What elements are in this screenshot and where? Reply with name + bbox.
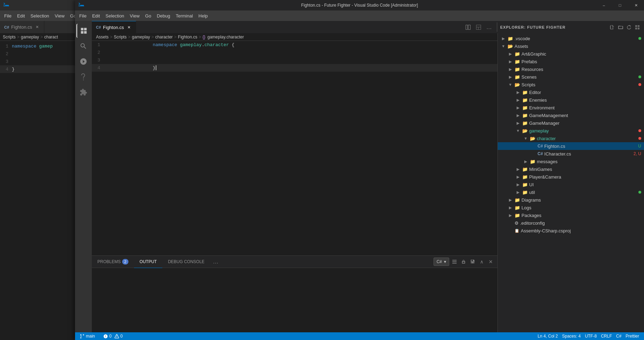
folder-icon-util: 📁	[522, 190, 528, 195]
tree-item-scripts[interactable]: ▼ 📂 Scripts	[498, 81, 644, 88]
activity-search[interactable]	[76, 39, 90, 53]
bg-tab-bar: C# Fighton.cs ✕	[0, 21, 77, 33]
bc-gameplay[interactable]: gameplay	[21, 35, 39, 39]
fg-menu-selection[interactable]: Selection	[103, 12, 127, 20]
bg-menu-file[interactable]: File	[1, 12, 14, 20]
tree-item-assets[interactable]: ▼ 📂 Assets	[498, 42, 644, 50]
tree-item-character[interactable]: ▼ 📂 character	[498, 135, 644, 142]
code-editor[interactable]: 1 namespace gameplay.character { 2 3	[92, 41, 497, 255]
panel-tab-debug-console[interactable]: DEBUG CONSOLE	[162, 256, 210, 268]
bc-scripts[interactable]: Scripts	[3, 35, 16, 39]
status-lang[interactable]: C#	[614, 332, 623, 340]
tree-item-resources[interactable]: ▶ 📁 Resources	[498, 65, 644, 73]
fg-tab-fighton[interactable]: C# Fighton.cs ✕	[92, 21, 136, 33]
tree-item-messages[interactable]: ▶ 📁 messages	[498, 158, 644, 165]
tree-item-gameplay[interactable]: ▼ 📂 gameplay	[498, 127, 644, 135]
line-num-2: 2	[93, 50, 104, 55]
split-editor-btn[interactable]	[463, 22, 473, 32]
bc-charact[interactable]: charact	[44, 35, 58, 39]
bc-namespace-label[interactable]: gameplay.character	[207, 35, 244, 39]
tree-item-artgraphic[interactable]: ▶ 📁 Art&Graphic	[498, 50, 644, 58]
tree-item-gamemanagement[interactable]: ▶ 📁 GameManagement	[498, 111, 644, 119]
vscode-icon-bg	[3, 2, 9, 8]
folder-icon-prefabs: 📁	[515, 59, 520, 64]
fg-menu-edit[interactable]: Edit	[89, 12, 103, 20]
tree-item-packages[interactable]: ▶ 📁 Packages	[498, 211, 644, 219]
new-folder-btn[interactable]	[617, 23, 624, 31]
status-ln-col[interactable]: Ln 4, Col 2	[535, 332, 560, 340]
bc-fighton-file[interactable]: Fighton.cs	[178, 35, 197, 39]
tree-item-gamemanager[interactable]: ▶ 📁 GameManager	[498, 119, 644, 127]
activity-git[interactable]	[76, 55, 90, 68]
fg-maximize-btn[interactable]: □	[612, 0, 628, 10]
panel-tab-problems[interactable]: PROBLEMS 2	[92, 256, 134, 268]
line-num-3: 3	[93, 58, 104, 63]
status-prettier[interactable]: Prettier	[623, 332, 641, 340]
bg-menu-edit[interactable]: Edit	[14, 12, 28, 20]
fg-menu-file[interactable]: File	[76, 12, 89, 20]
tree-item-ui[interactable]: ▶ 📁 UI	[498, 181, 644, 188]
refresh-explorer-btn[interactable]	[625, 23, 633, 31]
status-spaces[interactable]: Spaces: 4	[560, 332, 583, 340]
panel-dropdown-arrow: ▾	[444, 259, 446, 264]
tree-item-editorconfig[interactable]: ▶ ⚙ .editorconfig	[498, 219, 644, 227]
fg-menu-help[interactable]: Help	[196, 12, 211, 20]
panel-expand-btn[interactable]: ∧	[478, 258, 486, 266]
panel-more-btn[interactable]: …	[210, 256, 221, 268]
arrow-minigames: ▶	[515, 167, 521, 172]
editor-layout-btn[interactable]	[474, 22, 483, 32]
bg-tab-close[interactable]: ✕	[34, 24, 40, 30]
bg-tab-label: Fighton.cs	[11, 24, 32, 30]
fg-menu-view[interactable]: View	[127, 12, 142, 20]
tree-item-editor[interactable]: ▶ 📁 Editor	[498, 88, 644, 96]
more-actions-btn[interactable]: …	[484, 22, 494, 32]
collapse-all-btn[interactable]	[634, 23, 641, 31]
tree-item-enemies[interactable]: ▶ 📁 Enemies	[498, 96, 644, 104]
tree-item-environment[interactable]: ▶ 📁 Environment	[498, 104, 644, 111]
fg-close-btn[interactable]: ✕	[628, 0, 644, 10]
panel-list-btn[interactable]	[451, 258, 458, 266]
tree-item-fighton[interactable]: ▶ C# Fighton.cs U	[498, 142, 644, 150]
activity-extensions[interactable]	[76, 85, 90, 99]
folder-icon-enemies: 📁	[522, 97, 528, 103]
tree-item-logs[interactable]: ▶ 📁 Logs	[498, 204, 644, 211]
tree-item-icharacter[interactable]: ▶ C# ICharacter.cs 2, U	[498, 150, 644, 158]
status-errors[interactable]: 0 0	[101, 332, 125, 340]
fg-minimize-btn[interactable]: –	[596, 0, 612, 10]
bc-gameplay[interactable]: gameplay	[132, 35, 150, 39]
status-branch[interactable]: main	[78, 332, 97, 340]
tree-item-scenes[interactable]: ▶ 📁 Scenes	[498, 73, 644, 81]
tree-item-minigames[interactable]: ▶ 📁 MiniGames	[498, 165, 644, 173]
status-eol[interactable]: CRLF	[599, 332, 614, 340]
tree-item-prefabs[interactable]: ▶ 📁 Prefabs	[498, 58, 644, 65]
panel-lang-select[interactable]: C# ▾	[434, 258, 449, 266]
panel-tab-output[interactable]: OUTPUT	[134, 256, 162, 268]
util-label: util	[529, 190, 637, 195]
folder-icon-packages: 📁	[515, 213, 520, 218]
panel-lock-btn[interactable]	[460, 258, 467, 266]
activity-debug[interactable]	[76, 70, 90, 84]
tree-item-csproj[interactable]: ▶ 📋 Assembly-CSharp.csproj	[498, 227, 644, 234]
bg-line-3: 3	[1, 59, 12, 64]
panel-close-btn[interactable]: ✕	[487, 258, 495, 266]
gameplay-dot	[638, 129, 641, 132]
activity-explorer[interactable]	[76, 24, 90, 38]
bc-scripts[interactable]: Scripts	[114, 35, 127, 39]
new-file-btn[interactable]	[608, 23, 616, 31]
tree-item-vscode[interactable]: ▶ 📁 .vscode	[498, 35, 644, 42]
bc-character[interactable]: character	[155, 35, 173, 39]
fg-tab-close[interactable]: ✕	[126, 24, 132, 30]
panel-save-btn[interactable]	[469, 258, 476, 266]
tree-item-playercamera[interactable]: ▶ 📁 Player&Camera	[498, 173, 644, 181]
bg-menu-selection[interactable]: Selection	[28, 12, 52, 20]
panel-tab-bar: PROBLEMS 2 OUTPUT DEBUG CONSOLE … C# ▾	[92, 256, 497, 268]
fg-menu-debug[interactable]: Debug	[154, 12, 173, 20]
status-encoding[interactable]: UTF-8	[583, 332, 599, 340]
bc-assets[interactable]: Assets	[96, 35, 109, 39]
fg-menu-terminal[interactable]: Terminal	[173, 12, 195, 20]
fg-menu-go[interactable]: Go	[142, 12, 154, 20]
tree-item-diagrams[interactable]: ▶ 📁 Diagrams	[498, 196, 644, 204]
bg-tab-fighton[interactable]: C# Fighton.cs ✕	[0, 21, 44, 33]
bg-menu-view[interactable]: View	[52, 12, 67, 20]
tree-item-util[interactable]: ▶ 📁 util	[498, 188, 644, 196]
